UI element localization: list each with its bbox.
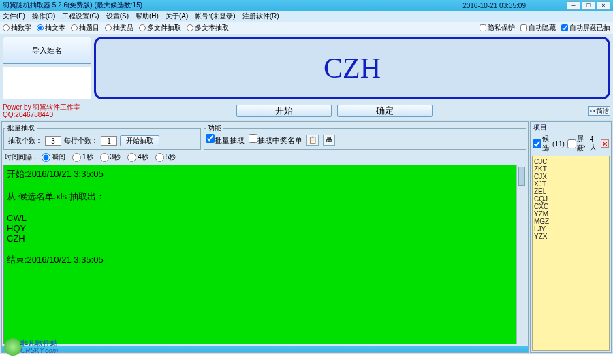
perline-input[interactable] bbox=[101, 136, 117, 146]
candidate-checkbox[interactable]: 候选:(11) bbox=[533, 134, 565, 153]
maximize-button[interactable]: □ bbox=[582, 1, 595, 10]
function-group-label: 功能 bbox=[206, 123, 223, 133]
watermark-logo-icon bbox=[4, 338, 22, 356]
list-item[interactable]: CJX bbox=[534, 173, 608, 180]
close-button[interactable]: × bbox=[597, 1, 610, 10]
log-scrollbar[interactable] bbox=[516, 165, 526, 344]
list-item[interactable]: XJT bbox=[534, 180, 608, 188]
interval-1s[interactable]: 1秒 bbox=[72, 152, 93, 162]
list-item[interactable]: YZX bbox=[534, 233, 608, 240]
mode-toolbar: 抽数字 抽文本 抽题目 抽奖品 多文件抽取 多文本抽取 隐私保护 自动隐藏 自动… bbox=[0, 22, 613, 34]
batch-group-label: 批量抽取 bbox=[5, 123, 37, 133]
flag-autoshield[interactable]: 自动屏蔽已抽 bbox=[561, 23, 610, 33]
interval-4s[interactable]: 4秒 bbox=[127, 152, 148, 162]
menu-settings[interactable]: 设置(S) bbox=[106, 12, 129, 21]
window-title: 羽翼随机抽取器 5.2.6(免费版) (最大候选数:15) bbox=[3, 1, 462, 10]
menu-operate[interactable]: 操作(O) bbox=[32, 12, 55, 21]
mode-prize[interactable]: 抽奖品 bbox=[105, 23, 133, 33]
name-input-box[interactable] bbox=[3, 67, 91, 99]
batch-mode-checkbox[interactable]: 批量抽取 bbox=[206, 134, 245, 146]
log-output[interactable]: 开始:2016/10/21 3:35:05 从 候选名单.xls 抽取出： CW… bbox=[3, 165, 526, 344]
project-panel: 项目 候选:(11) 屏蔽:4人 ✕ CJCZKTCJXXJTZELCQJCXC… bbox=[530, 121, 612, 353]
mode-topic[interactable]: 抽题目 bbox=[71, 23, 99, 33]
start-button[interactable]: 开始 bbox=[236, 105, 332, 117]
perline-label: 每行个数： bbox=[64, 136, 98, 146]
menu-file[interactable]: 文件(F) bbox=[3, 12, 25, 21]
flag-privacy[interactable]: 隐私保护 bbox=[480, 23, 515, 33]
list-item[interactable]: LJY bbox=[534, 225, 608, 233]
menu-project[interactable]: 工程设置(G) bbox=[62, 12, 99, 21]
interval-3s[interactable]: 3秒 bbox=[100, 152, 121, 162]
copy-icon[interactable]: 📋 bbox=[306, 135, 319, 146]
list-item[interactable]: MGZ bbox=[534, 218, 608, 225]
menu-account[interactable]: 帐号:(未登录) bbox=[195, 12, 235, 21]
start-batch-button[interactable]: 开始抽取 bbox=[120, 135, 159, 146]
print-icon[interactable]: 🖶 bbox=[323, 135, 335, 146]
list-item[interactable]: YZM bbox=[534, 210, 608, 218]
menu-register[interactable]: 注册软件(R) bbox=[242, 12, 279, 21]
shield-checkbox[interactable]: 屏蔽:4人 bbox=[567, 134, 598, 153]
list-item[interactable]: ZKT bbox=[534, 165, 608, 173]
list-item[interactable]: ZEL bbox=[534, 188, 608, 195]
result-display: CZH bbox=[94, 37, 610, 99]
watermark-url: CRSKY.com bbox=[20, 347, 58, 354]
mode-number[interactable]: 抽数字 bbox=[3, 23, 31, 33]
project-group-label: 项目 bbox=[531, 122, 611, 133]
mid-row: Power by 羽翼软件工作室 QQ:2046788440 开始 确定 <<简… bbox=[0, 102, 613, 120]
mode-multifile[interactable]: 多文件抽取 bbox=[139, 23, 181, 33]
window-datetime: 2016-10-21 03:35:09 bbox=[462, 2, 526, 10]
menu-about[interactable]: 关于(A) bbox=[166, 12, 188, 21]
flag-autohide[interactable]: 自动隐藏 bbox=[520, 23, 556, 33]
interval-row: 时间间隔： 瞬间 1秒 3秒 4秒 5秒 bbox=[2, 151, 528, 163]
window-controls: – □ × bbox=[567, 1, 610, 10]
list-item[interactable]: CQJ bbox=[534, 195, 608, 203]
status-bar bbox=[2, 346, 528, 352]
menu-bar: 文件(F) 操作(O) 工程设置(G) 设置(S) 帮助(H) 关于(A) 帐号… bbox=[0, 11, 613, 22]
mode-text[interactable]: 抽文本 bbox=[37, 23, 65, 33]
upper-panel: 导入姓名 CZH bbox=[0, 34, 613, 102]
list-item[interactable]: CXC bbox=[534, 203, 608, 210]
count-label: 抽取个数： bbox=[8, 136, 42, 146]
minimize-button[interactable]: – bbox=[567, 1, 580, 10]
collapse-button[interactable]: <<简洁 bbox=[588, 106, 610, 116]
interval-instant[interactable]: 瞬间 bbox=[42, 152, 65, 162]
candidate-list[interactable]: CJCZKTCJXXJTZELCQJCXCYZMMGZLJYYZX bbox=[532, 156, 610, 351]
lower-panel: 批量抽取 抽取个数： 每行个数： 开始抽取 功能 批量抽取 抽取中奖名单 📋 🖶 bbox=[0, 120, 613, 354]
powered-by: Power by 羽翼软件工作室 QQ:2046788440 bbox=[3, 103, 80, 118]
left-panel: 批量抽取 抽取个数： 每行个数： 开始抽取 功能 批量抽取 抽取中奖名单 📋 🖶 bbox=[1, 121, 529, 353]
interval-label: 时间间隔： bbox=[5, 152, 39, 162]
list-item[interactable]: CJC bbox=[534, 158, 608, 165]
watermark: 非凡软件站 CRSKY.com bbox=[4, 337, 79, 357]
interval-5s[interactable]: 5秒 bbox=[155, 152, 176, 162]
mode-multitext[interactable]: 多文本抽取 bbox=[187, 23, 229, 33]
winner-list-checkbox[interactable]: 抽取中奖名单 bbox=[249, 134, 302, 146]
close-panel-icon[interactable]: ✕ bbox=[601, 139, 609, 148]
menu-help[interactable]: 帮助(H) bbox=[136, 12, 159, 21]
import-names-button[interactable]: 导入姓名 bbox=[3, 37, 91, 64]
title-bar: 羽翼随机抽取器 5.2.6(免费版) (最大候选数:15) 2016-10-21… bbox=[0, 0, 613, 11]
count-input[interactable] bbox=[45, 136, 61, 146]
ok-button[interactable]: 确定 bbox=[337, 105, 433, 117]
